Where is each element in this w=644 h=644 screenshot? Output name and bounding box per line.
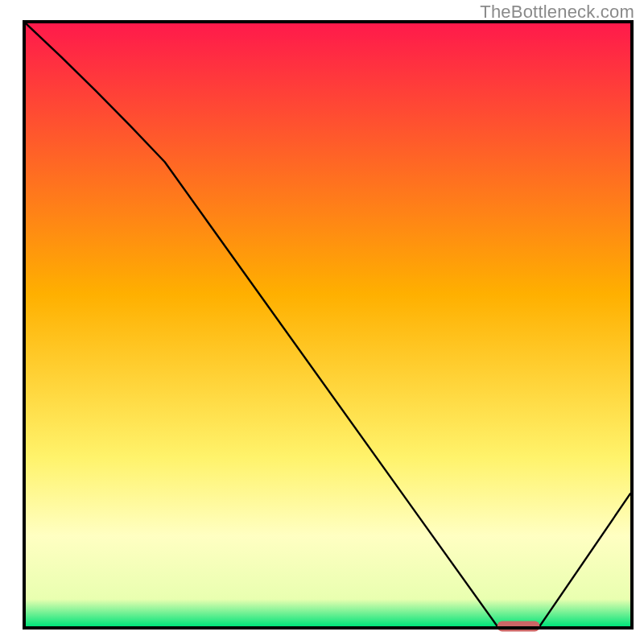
chart-background	[26, 23, 630, 626]
watermark-text: TheBottleneck.com	[480, 2, 634, 23]
bottleneck-chart	[0, 0, 644, 644]
chart-container: TheBottleneck.com	[0, 0, 644, 644]
